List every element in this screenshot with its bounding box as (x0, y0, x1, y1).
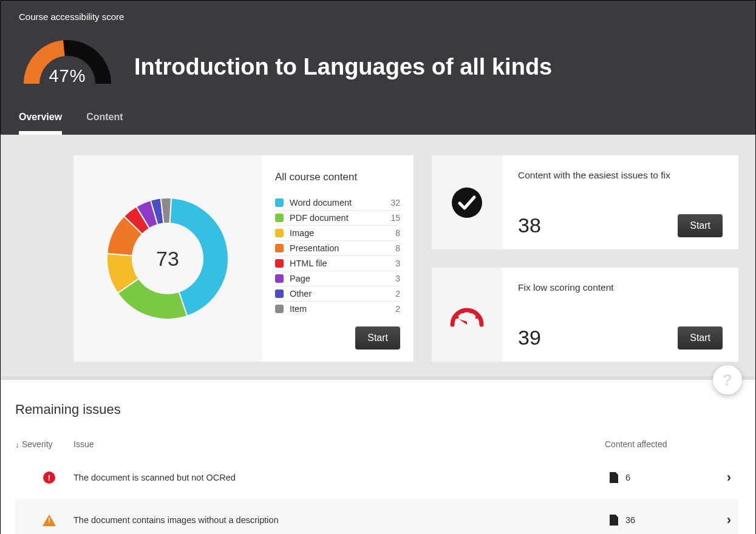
file-icon (610, 515, 618, 526)
legend-count: 8 (395, 228, 400, 238)
header: Course accessibility score 47% Introduct… (1, 1, 755, 135)
legend-count: 3 (395, 259, 400, 268)
legend-row[interactable]: Other2 (275, 286, 400, 302)
easiest-title: Content with the easiest issues to fix (518, 170, 723, 181)
legend-swatch-icon (275, 244, 284, 252)
svg-point-1 (456, 316, 459, 319)
legend-count: 15 (390, 213, 400, 223)
chevron-right-icon: › (727, 512, 731, 527)
legend-swatch-icon (275, 274, 284, 283)
score-gauge: 47% (19, 35, 116, 84)
content-panel-title: All course content (275, 171, 400, 183)
issue-text: The document is scanned but not OCRed (73, 473, 610, 482)
legend-row[interactable]: Word document32 (275, 195, 400, 211)
low-count: 39 (518, 326, 678, 350)
issue-row[interactable]: !The document is scanned but not OCRed6› (15, 456, 738, 499)
remaining-issues: Remaining issues ↓Severity Issue Content… (1, 380, 755, 534)
svg-point-3 (469, 310, 472, 313)
easiest-start-button[interactable]: Start (678, 214, 723, 237)
legend-row[interactable]: Item2 (275, 302, 400, 316)
legend-label: Page (290, 274, 395, 283)
legend-row[interactable]: HTML file3 (275, 256, 400, 271)
legend-label: Image (290, 228, 395, 238)
col-affected[interactable]: Content affected (605, 439, 738, 449)
col-severity[interactable]: ↓Severity (15, 439, 73, 449)
legend-label: Item (290, 304, 395, 314)
legend-row[interactable]: Page3 (275, 271, 400, 286)
check-circle-icon (432, 155, 502, 249)
legend-label: PDF document (290, 213, 390, 223)
legend-swatch-icon (275, 259, 284, 268)
severity-medium-icon (43, 515, 56, 526)
legend-swatch-icon (275, 198, 284, 207)
legend-count: 8 (395, 243, 400, 253)
file-icon (610, 472, 618, 483)
issues-heading: Remaining issues (15, 402, 738, 417)
low-title: Fix low scoring content (518, 282, 723, 293)
content-total: 73 (156, 247, 179, 271)
issue-text: The document contains images without a d… (73, 515, 610, 525)
legend-count: 32 (390, 198, 400, 208)
legend-label: Word document (290, 198, 390, 208)
issue-row[interactable]: The document contains images without a d… (15, 499, 738, 534)
severity-high-icon: ! (43, 471, 55, 484)
col-issue[interactable]: Issue (73, 439, 605, 449)
tabs: OverviewContent (19, 112, 737, 135)
tab-overview[interactable]: Overview (19, 112, 62, 135)
legend-label: Other (290, 289, 395, 299)
legend-count: 2 (395, 304, 400, 314)
legend-label: HTML file (290, 259, 395, 268)
easiest-count: 38 (518, 214, 678, 237)
legend-swatch-icon (275, 229, 284, 237)
svg-point-2 (462, 310, 465, 313)
legend-swatch-icon (275, 289, 284, 298)
help-button[interactable]: ? (713, 365, 742, 394)
svg-point-0 (452, 188, 482, 218)
section-label: Course accessibility score (19, 12, 737, 22)
chevron-right-icon: › (727, 470, 731, 485)
legend-count: 2 (395, 289, 400, 299)
legend-count: 3 (395, 274, 400, 283)
tab-content[interactable]: Content (86, 112, 123, 135)
legend-swatch-icon (275, 305, 284, 313)
gauge-icon (432, 268, 502, 362)
affected-count: 6 (625, 473, 630, 482)
course-title: Introduction to Languages of all kinds (134, 54, 552, 80)
issues-header-row: ↓Severity Issue Content affected (15, 439, 738, 456)
legend-row[interactable]: PDF document15 (275, 211, 400, 226)
content-start-button[interactable]: Start (355, 326, 400, 350)
low-start-button[interactable]: Start (678, 326, 723, 350)
easiest-fix-tile: Content with the easiest issues to fix 3… (432, 155, 738, 249)
legend-label: Presentation (290, 243, 395, 253)
svg-point-4 (475, 316, 478, 319)
content-panel: 73 All course content Word document32PDF… (73, 155, 414, 362)
dashboard: 73 All course content Word document32PDF… (1, 135, 755, 380)
affected-count: 36 (625, 515, 635, 525)
low-score-tile: Fix low scoring content 39 Start (432, 268, 738, 362)
legend-swatch-icon (275, 214, 284, 222)
donut-chart: 73 (73, 155, 262, 362)
legend-row[interactable]: Image8 (275, 226, 400, 241)
score-percent: 47% (19, 66, 116, 86)
legend-row[interactable]: Presentation8 (275, 241, 400, 256)
